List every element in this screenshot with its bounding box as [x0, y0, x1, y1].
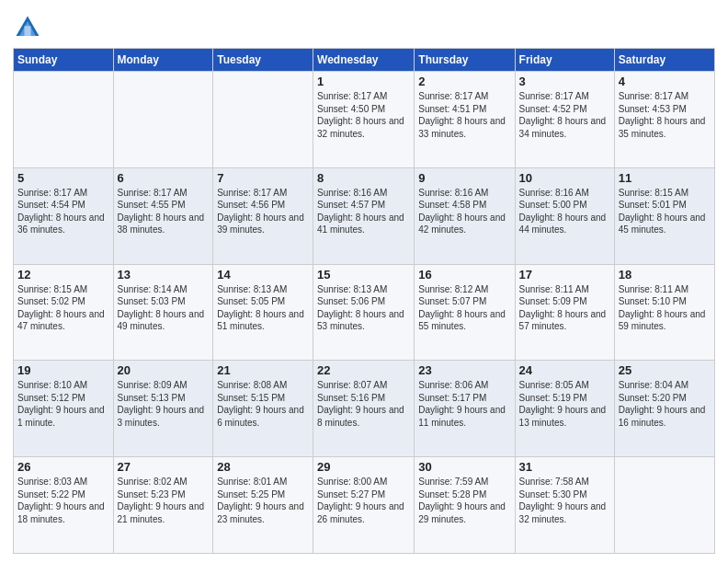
day-number: 28 — [217, 460, 309, 474]
day-info: Sunrise: 8:17 AMSunset: 4:50 PMDaylight:… — [317, 90, 410, 140]
calendar-cell — [213, 72, 313, 168]
day-number: 30 — [418, 460, 510, 474]
header — [13, 9, 715, 42]
day-info: Sunrise: 8:15 AMSunset: 5:02 PMDaylight:… — [17, 283, 109, 333]
day-info: Sunrise: 8:13 AMSunset: 5:06 PMDaylight:… — [317, 283, 410, 333]
day-number: 10 — [519, 171, 610, 185]
calendar-cell: 4Sunrise: 8:17 AMSunset: 4:53 PMDaylight… — [614, 72, 714, 168]
day-number: 26 — [17, 460, 109, 474]
calendar-cell: 18Sunrise: 8:11 AMSunset: 5:10 PMDayligh… — [614, 264, 714, 361]
day-of-week-header: Sunday — [14, 49, 114, 72]
day-info: Sunrise: 8:05 AMSunset: 5:19 PMDaylight:… — [519, 379, 610, 429]
day-info: Sunrise: 8:09 AMSunset: 5:13 PMDaylight:… — [118, 379, 210, 429]
day-of-week-header: Monday — [113, 49, 213, 72]
calendar-cell: 20Sunrise: 8:09 AMSunset: 5:13 PMDayligh… — [113, 361, 213, 457]
day-info: Sunrise: 8:12 AMSunset: 5:07 PMDaylight:… — [418, 283, 510, 333]
day-number: 21 — [217, 363, 309, 377]
day-number: 13 — [118, 268, 210, 282]
day-number: 14 — [217, 268, 309, 282]
calendar-cell: 1Sunrise: 8:17 AMSunset: 4:50 PMDaylight… — [313, 72, 415, 168]
calendar-cell: 14Sunrise: 8:13 AMSunset: 5:05 PMDayligh… — [213, 264, 313, 361]
day-number: 18 — [619, 268, 711, 282]
day-info: Sunrise: 8:04 AMSunset: 5:20 PMDaylight:… — [619, 379, 711, 429]
day-number: 7 — [217, 171, 309, 185]
calendar-cell: 8Sunrise: 8:16 AMSunset: 4:57 PMDaylight… — [313, 167, 415, 264]
day-number: 29 — [317, 460, 410, 474]
day-info: Sunrise: 8:17 AMSunset: 4:55 PMDaylight:… — [118, 187, 210, 236]
day-number: 11 — [619, 171, 711, 185]
calendar-cell: 25Sunrise: 8:04 AMSunset: 5:20 PMDayligh… — [614, 361, 714, 457]
day-number: 6 — [118, 171, 210, 185]
day-number: 2 — [418, 75, 510, 88]
day-info: Sunrise: 8:16 AMSunset: 4:57 PMDaylight:… — [317, 187, 410, 236]
day-of-week-header: Tuesday — [213, 49, 313, 72]
day-info: Sunrise: 8:02 AMSunset: 5:23 PMDaylight:… — [118, 476, 210, 525]
day-info: Sunrise: 8:17 AMSunset: 4:52 PMDaylight:… — [519, 90, 610, 140]
day-number: 4 — [619, 75, 711, 88]
day-info: Sunrise: 8:15 AMSunset: 5:01 PMDaylight:… — [619, 187, 711, 236]
day-number: 15 — [317, 268, 410, 282]
calendar-cell: 3Sunrise: 8:17 AMSunset: 4:52 PMDaylight… — [515, 72, 614, 168]
day-info: Sunrise: 8:10 AMSunset: 5:12 PMDaylight:… — [17, 379, 109, 429]
day-number: 17 — [519, 268, 610, 282]
day-info: Sunrise: 8:11 AMSunset: 5:09 PMDaylight:… — [519, 283, 610, 333]
day-number: 3 — [519, 75, 610, 88]
calendar-cell: 27Sunrise: 8:02 AMSunset: 5:23 PMDayligh… — [113, 457, 213, 554]
day-number: 25 — [619, 363, 711, 377]
calendar-cell: 13Sunrise: 8:14 AMSunset: 5:03 PMDayligh… — [113, 264, 213, 361]
calendar-cell: 30Sunrise: 7:59 AMSunset: 5:28 PMDayligh… — [415, 457, 515, 554]
day-info: Sunrise: 8:17 AMSunset: 4:53 PMDaylight:… — [619, 90, 711, 140]
day-number: 19 — [17, 363, 109, 377]
day-number: 23 — [418, 363, 510, 377]
logo-icon — [13, 13, 42, 42]
calendar-cell: 10Sunrise: 8:16 AMSunset: 5:00 PMDayligh… — [515, 167, 614, 264]
day-of-week-header: Thursday — [415, 49, 515, 72]
day-number: 20 — [118, 363, 210, 377]
calendar-cell — [614, 457, 714, 554]
day-info: Sunrise: 8:00 AMSunset: 5:27 PMDaylight:… — [317, 476, 410, 525]
day-number: 24 — [519, 363, 610, 377]
day-number: 31 — [519, 460, 610, 474]
calendar-cell: 28Sunrise: 8:01 AMSunset: 5:25 PMDayligh… — [213, 457, 313, 554]
calendar-cell: 6Sunrise: 8:17 AMSunset: 4:55 PMDaylight… — [113, 167, 213, 264]
day-number: 27 — [118, 460, 210, 474]
day-of-week-header: Friday — [515, 49, 614, 72]
day-info: Sunrise: 8:17 AMSunset: 4:51 PMDaylight:… — [418, 90, 510, 140]
day-number: 5 — [17, 171, 109, 185]
calendar-cell: 16Sunrise: 8:12 AMSunset: 5:07 PMDayligh… — [415, 264, 515, 361]
calendar-cell: 15Sunrise: 8:13 AMSunset: 5:06 PMDayligh… — [313, 264, 415, 361]
calendar-cell: 11Sunrise: 8:15 AMSunset: 5:01 PMDayligh… — [614, 167, 714, 264]
day-info: Sunrise: 8:07 AMSunset: 5:16 PMDaylight:… — [317, 379, 410, 429]
calendar: SundayMondayTuesdayWednesdayThursdayFrid… — [13, 48, 715, 554]
logo — [13, 13, 46, 42]
day-info: Sunrise: 8:17 AMSunset: 4:54 PMDaylight:… — [17, 187, 109, 236]
day-info: Sunrise: 8:14 AMSunset: 5:03 PMDaylight:… — [118, 283, 210, 333]
day-info: Sunrise: 8:06 AMSunset: 5:17 PMDaylight:… — [418, 379, 510, 429]
calendar-cell: 26Sunrise: 8:03 AMSunset: 5:22 PMDayligh… — [14, 457, 114, 554]
calendar-cell: 9Sunrise: 8:16 AMSunset: 4:58 PMDaylight… — [415, 167, 515, 264]
calendar-cell — [113, 72, 213, 168]
day-number: 1 — [317, 75, 410, 88]
day-number: 16 — [418, 268, 510, 282]
calendar-cell: 5Sunrise: 8:17 AMSunset: 4:54 PMDaylight… — [14, 167, 114, 264]
day-number: 12 — [17, 268, 109, 282]
calendar-cell: 31Sunrise: 7:58 AMSunset: 5:30 PMDayligh… — [515, 457, 614, 554]
day-info: Sunrise: 8:08 AMSunset: 5:15 PMDaylight:… — [217, 379, 309, 429]
calendar-cell: 24Sunrise: 8:05 AMSunset: 5:19 PMDayligh… — [515, 361, 614, 457]
day-info: Sunrise: 8:03 AMSunset: 5:22 PMDaylight:… — [17, 476, 109, 525]
day-info: Sunrise: 8:11 AMSunset: 5:10 PMDaylight:… — [619, 283, 711, 333]
day-info: Sunrise: 8:16 AMSunset: 5:00 PMDaylight:… — [519, 187, 610, 236]
day-info: Sunrise: 8:01 AMSunset: 5:25 PMDaylight:… — [217, 476, 309, 525]
day-info: Sunrise: 8:17 AMSunset: 4:56 PMDaylight:… — [217, 187, 309, 236]
day-info: Sunrise: 7:59 AMSunset: 5:28 PMDaylight:… — [418, 476, 510, 525]
svg-rect-2 — [24, 26, 30, 36]
day-info: Sunrise: 8:16 AMSunset: 4:58 PMDaylight:… — [418, 187, 510, 236]
day-info: Sunrise: 7:58 AMSunset: 5:30 PMDaylight:… — [519, 476, 610, 525]
calendar-cell: 7Sunrise: 8:17 AMSunset: 4:56 PMDaylight… — [213, 167, 313, 264]
day-number: 8 — [317, 171, 410, 185]
day-of-week-header: Wednesday — [313, 49, 415, 72]
calendar-cell: 21Sunrise: 8:08 AMSunset: 5:15 PMDayligh… — [213, 361, 313, 457]
calendar-cell: 17Sunrise: 8:11 AMSunset: 5:09 PMDayligh… — [515, 264, 614, 361]
calendar-cell: 2Sunrise: 8:17 AMSunset: 4:51 PMDaylight… — [415, 72, 515, 168]
page: SundayMondayTuesdayWednesdayThursdayFrid… — [0, 0, 728, 563]
